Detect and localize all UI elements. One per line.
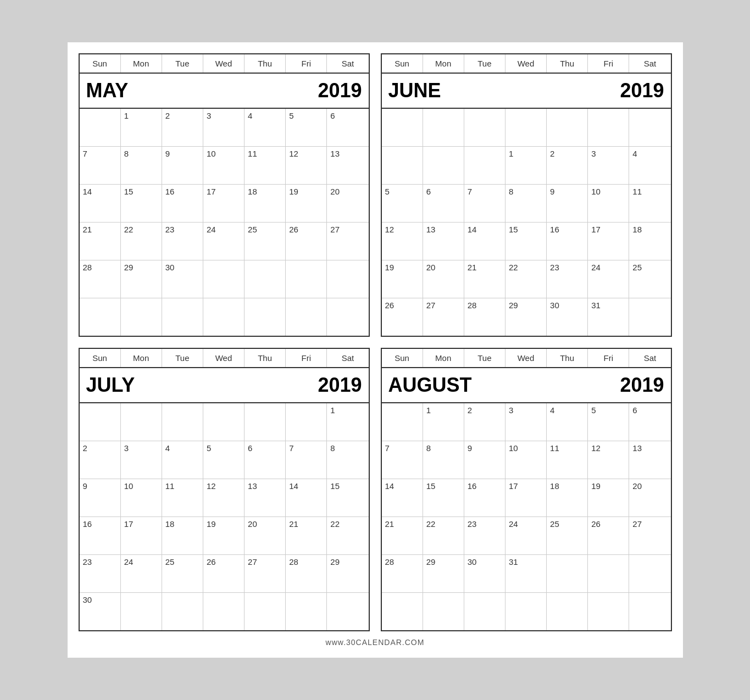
calendars-grid: SunMonTueWedThuFriSatMAY2019123456789101… xyxy=(79,53,672,631)
day-cell-3-0: 12 xyxy=(382,223,423,260)
week-4: 282930 xyxy=(80,260,369,298)
day-header-tue: Tue xyxy=(464,54,505,73)
day-cell-4-6 xyxy=(327,260,368,298)
day-cell-1-3: 10 xyxy=(203,147,245,184)
day-cell-1-6: 13 xyxy=(327,147,368,184)
day-cell-0-0 xyxy=(80,109,121,146)
day-cell-1-3: 1 xyxy=(505,147,547,184)
day-cell-4-1: 29 xyxy=(423,555,464,592)
day-header-tue: Tue xyxy=(464,349,505,367)
day-cell-3-5: 26 xyxy=(286,223,327,260)
calendar-body-may-2019: 1234567891011121314151617181920212223242… xyxy=(80,109,369,336)
day-cell-0-3: 3 xyxy=(505,403,547,441)
day-cell-2-2: 11 xyxy=(162,479,203,516)
day-cell-0-5 xyxy=(286,403,327,441)
day-cell-4-0: 19 xyxy=(382,260,423,298)
day-cell-4-2: 30 xyxy=(162,260,203,298)
footer: www.30CALENDAR.COM xyxy=(79,638,672,647)
day-header-thu: Thu xyxy=(547,54,588,73)
day-cell-1-1: 3 xyxy=(121,441,162,479)
day-cell-0-3: 3 xyxy=(203,109,245,146)
week-4: 19202122232425 xyxy=(382,260,671,298)
day-cell-2-0: 9 xyxy=(80,479,121,516)
day-cell-2-6: 20 xyxy=(629,479,670,516)
day-cell-2-5: 10 xyxy=(588,185,629,222)
week-4: 28293031 xyxy=(382,554,671,592)
day-cell-1-5: 12 xyxy=(286,147,327,184)
day-cell-3-6: 27 xyxy=(327,223,368,260)
day-header-tue: Tue xyxy=(162,54,203,73)
week-5 xyxy=(80,298,369,336)
day-cell-0-6: 1 xyxy=(327,403,368,441)
day-cell-1-4: 11 xyxy=(245,147,286,184)
day-cell-0-2 xyxy=(162,403,203,441)
day-header-sat: Sat xyxy=(327,54,368,73)
day-cell-5-5 xyxy=(286,298,327,336)
day-header-sun: Sun xyxy=(80,54,121,73)
week-5 xyxy=(382,592,671,630)
day-cell-4-4 xyxy=(547,555,588,592)
day-cell-5-6 xyxy=(629,593,670,630)
day-cell-3-2: 18 xyxy=(162,517,203,554)
week-5: 30 xyxy=(80,592,369,630)
day-cell-4-2: 30 xyxy=(464,555,505,592)
day-cell-1-6: 8 xyxy=(327,441,368,479)
day-cell-3-0: 21 xyxy=(80,223,121,260)
week-3: 16171819202122 xyxy=(80,516,369,554)
week-1: 78910111213 xyxy=(80,146,369,184)
day-header-mon: Mon xyxy=(423,54,464,73)
day-cell-2-1: 15 xyxy=(423,479,464,516)
day-cell-4-1: 24 xyxy=(121,555,162,592)
day-cell-2-5: 19 xyxy=(286,185,327,222)
week-1: 2345678 xyxy=(80,441,369,479)
day-cell-5-5 xyxy=(588,593,629,630)
day-cell-0-2 xyxy=(464,109,505,146)
day-cell-1-5: 12 xyxy=(588,441,629,479)
day-cell-2-1: 10 xyxy=(121,479,162,516)
day-header-sun: Sun xyxy=(80,349,121,367)
week-4: 23242526272829 xyxy=(80,554,369,592)
day-cell-2-4: 9 xyxy=(547,185,588,222)
day-cell-4-6: 29 xyxy=(327,555,368,592)
day-cell-1-5: 7 xyxy=(286,441,327,479)
day-header-sun: Sun xyxy=(382,349,423,367)
day-cell-3-3: 15 xyxy=(505,223,547,260)
calendar-body-july-2019: 1234567891011121314151617181920212223242… xyxy=(80,403,369,630)
day-cell-2-3: 12 xyxy=(203,479,245,516)
day-header-mon: Mon xyxy=(121,54,162,73)
calendar-body-june-2019: 1234567891011121314151617181920212223242… xyxy=(382,109,671,336)
day-cell-3-2: 14 xyxy=(464,223,505,260)
day-cell-5-0 xyxy=(382,593,423,630)
day-cell-4-2: 25 xyxy=(162,555,203,592)
day-cell-2-1: 15 xyxy=(121,185,162,222)
day-cell-1-2: 9 xyxy=(464,441,505,479)
day-cell-3-0: 21 xyxy=(382,517,423,554)
day-cell-1-2 xyxy=(464,147,505,184)
day-cell-2-2: 7 xyxy=(464,185,505,222)
day-cell-0-5: 5 xyxy=(588,403,629,441)
page: SunMonTueWedThuFriSatMAY2019123456789101… xyxy=(68,42,683,658)
day-header-fri: Fri xyxy=(286,349,327,367)
day-cell-0-4 xyxy=(245,403,286,441)
day-cell-5-2 xyxy=(162,298,203,336)
day-cell-3-2: 23 xyxy=(162,223,203,260)
day-header-wed: Wed xyxy=(203,54,245,73)
month-name-may-2019: MAY xyxy=(86,79,129,102)
day-cell-3-6: 27 xyxy=(629,517,670,554)
day-cell-5-3 xyxy=(505,593,547,630)
week-2: 14151617181920 xyxy=(382,479,671,516)
day-cell-0-5 xyxy=(588,109,629,146)
header-row-july-2019: SunMonTueWedThuFriSat xyxy=(80,349,369,368)
day-header-wed: Wed xyxy=(505,349,547,367)
day-cell-2-5: 19 xyxy=(588,479,629,516)
day-cell-2-6: 15 xyxy=(327,479,368,516)
day-cell-3-4: 16 xyxy=(547,223,588,260)
calendar-july-2019: SunMonTueWedThuFriSatJULY201912345678910… xyxy=(79,348,370,631)
day-cell-0-6 xyxy=(629,109,670,146)
day-header-fri: Fri xyxy=(588,54,629,73)
week-0: 1 xyxy=(80,403,369,441)
day-cell-0-0 xyxy=(382,109,423,146)
day-header-fri: Fri xyxy=(588,349,629,367)
month-year-row-august-2019: AUGUST2019 xyxy=(382,368,671,403)
week-3: 12131415161718 xyxy=(382,222,671,260)
